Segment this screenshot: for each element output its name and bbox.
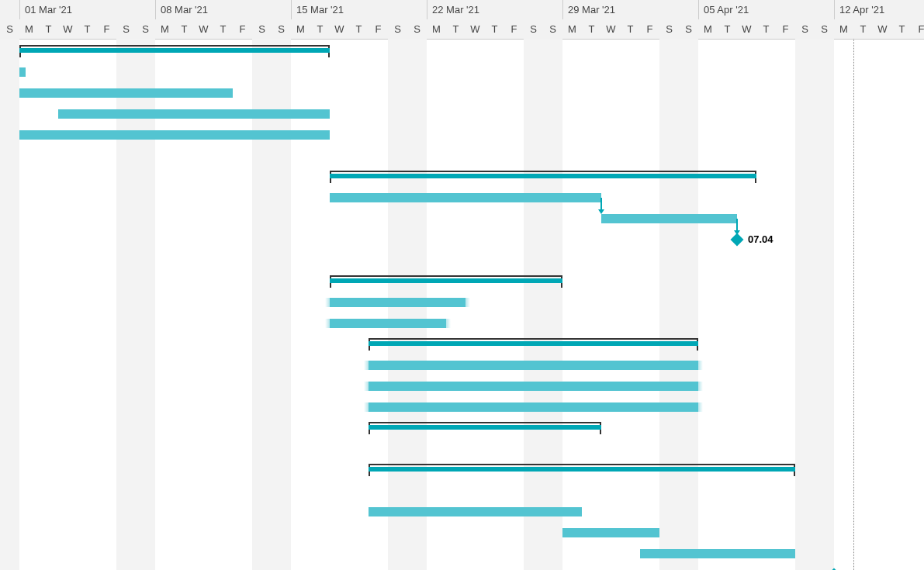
milestone-0704[interactable]: 07.04 — [0, 233, 924, 254]
task-1b-bar[interactable] — [19, 88, 233, 98]
day-label: T — [756, 19, 776, 39]
phase-6[interactable] — [0, 464, 924, 485]
week-label: 29 Mar '21 — [562, 0, 698, 19]
milestone-0704-label: 07.04 — [748, 233, 773, 245]
day-label: T — [892, 19, 912, 39]
phase-4-bar[interactable] — [369, 338, 698, 346]
task-4a[interactable] — [0, 359, 924, 380]
task-1c[interactable] — [0, 108, 924, 129]
day-label: S — [0, 19, 19, 39]
day-label: S — [272, 19, 291, 39]
day-label: M — [698, 19, 718, 39]
day-label: F — [640, 19, 659, 39]
task-2a[interactable] — [0, 192, 924, 212]
task-4a-bar[interactable] — [369, 361, 698, 370]
day-label: W — [601, 19, 621, 39]
day-label: S — [659, 19, 679, 39]
phase-3[interactable] — [0, 275, 924, 296]
week-label: 22 Mar '21 — [427, 0, 562, 19]
day-label: T — [582, 19, 601, 39]
day-label: F — [97, 19, 116, 39]
day-label: F — [504, 19, 524, 39]
week-label: 05 Apr '21 — [698, 0, 834, 19]
day-label: W — [330, 19, 349, 39]
task-4b[interactable] — [0, 380, 924, 401]
task-4b-bar[interactable] — [369, 382, 698, 391]
task-6b[interactable] — [0, 527, 924, 548]
task-3b-bar[interactable] — [330, 319, 446, 328]
day-label: W — [465, 19, 485, 39]
day-label: T — [78, 19, 97, 39]
week-label: 08 Mar '21 — [155, 0, 291, 19]
day-label: T — [39, 19, 58, 39]
day-label: T — [853, 19, 873, 39]
phase-2[interactable] — [0, 171, 924, 192]
day-label: S — [136, 19, 155, 39]
phase-5[interactable] — [0, 422, 924, 443]
task-3b[interactable] — [0, 317, 924, 338]
task-2b-bar[interactable] — [601, 214, 737, 223]
day-label: M — [427, 19, 446, 39]
day-label: M — [155, 19, 175, 39]
day-label: M — [19, 19, 39, 39]
day-label: W — [737, 19, 756, 39]
day-label: S — [543, 19, 562, 39]
day-label: F — [233, 19, 252, 39]
day-label: T — [621, 19, 640, 39]
day-label: S — [116, 19, 136, 39]
day-label: M — [291, 19, 310, 39]
dependency-arrow-icon — [598, 209, 604, 214]
milestone-0704-diamond[interactable] — [731, 233, 744, 247]
phase-6-bar[interactable] — [369, 464, 795, 472]
task-1c-bar[interactable] — [58, 109, 330, 119]
day-label: S — [815, 19, 834, 39]
task-4c[interactable] — [0, 401, 924, 422]
timeline-header: 01 Mar '2108 Mar '2115 Mar '2122 Mar '21… — [0, 0, 924, 40]
day-label: T — [446, 19, 465, 39]
phase-1-bar[interactable] — [19, 45, 330, 53]
task-2a-bar[interactable] — [330, 193, 601, 202]
task-3a[interactable] — [0, 296, 924, 317]
day-label: W — [194, 19, 213, 39]
week-label: 01 Mar '21 — [19, 0, 155, 19]
phase-1[interactable] — [0, 45, 924, 66]
phase-3-bar[interactable] — [330, 275, 562, 283]
day-label: S — [252, 19, 272, 39]
day-label: F — [912, 19, 924, 39]
task-2b[interactable] — [0, 212, 924, 233]
day-label: T — [718, 19, 737, 39]
task-4c-bar[interactable] — [369, 402, 698, 412]
day-label: T — [213, 19, 233, 39]
week-label: 15 Mar '21 — [291, 0, 427, 19]
task-6a-bar[interactable] — [369, 507, 582, 516]
task-6c-bar[interactable] — [640, 549, 795, 558]
task-6c[interactable] — [0, 548, 924, 568]
task-6b-bar[interactable] — [562, 528, 659, 537]
task-1a-bar[interactable] — [19, 67, 26, 77]
phase-4[interactable] — [0, 338, 924, 359]
day-label: S — [679, 19, 698, 39]
day-label: T — [349, 19, 369, 39]
day-label: M — [562, 19, 582, 39]
task-1b[interactable] — [0, 87, 924, 108]
dependency-arrow-icon — [734, 230, 740, 235]
phase-5-bar[interactable] — [369, 422, 601, 430]
task-3a-bar[interactable] — [330, 298, 465, 307]
gantt-chart[interactable]: 01 Mar '2108 Mar '2115 Mar '2122 Mar '21… — [0, 0, 924, 570]
task-1d[interactable] — [0, 129, 924, 150]
gantt-body[interactable]: 07.0412.04 — [0, 39, 924, 570]
phase-2-bar[interactable] — [330, 171, 756, 178]
day-label: F — [369, 19, 388, 39]
day-label: S — [407, 19, 427, 39]
day-label: W — [58, 19, 78, 39]
day-label: S — [388, 19, 407, 39]
task-1d-bar[interactable] — [19, 130, 330, 140]
day-label: W — [873, 19, 892, 39]
day-label: F — [776, 19, 795, 39]
task-1a[interactable] — [0, 66, 924, 87]
day-label: T — [310, 19, 330, 39]
day-label: T — [175, 19, 194, 39]
day-label: M — [834, 19, 853, 39]
task-6a[interactable] — [0, 506, 924, 527]
day-label: S — [524, 19, 543, 39]
